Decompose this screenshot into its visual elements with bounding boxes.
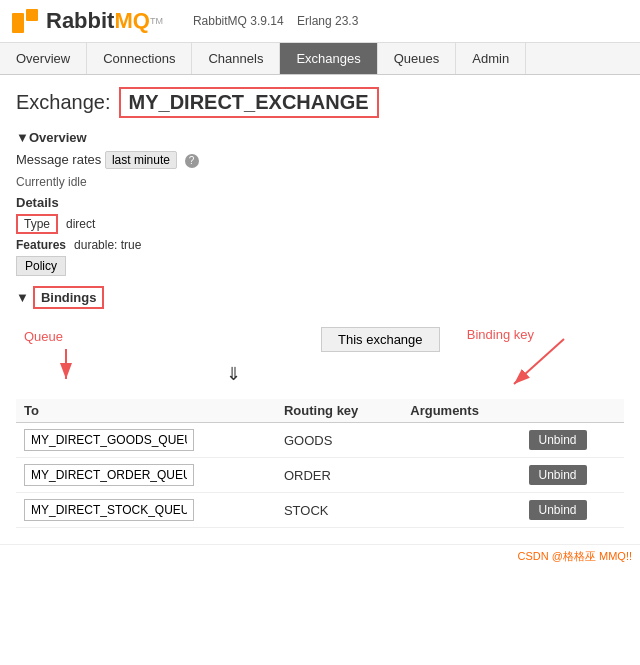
bindings-table: To Routing key Arguments GOODS Unbind OR… [16,399,624,528]
logo-icon [12,9,42,33]
exchange-name: MY_DIRECT_EXCHANGE [119,87,379,118]
queue-name-input[interactable] [24,464,194,486]
version-label: RabbitMQ 3.9.14 [193,14,284,28]
type-badge: Type [16,214,58,234]
svg-line-5 [514,339,564,384]
queue-arrow-icon [56,344,136,384]
nav-item-queues[interactable]: Queues [378,43,457,74]
details-label: Details [16,195,624,210]
question-mark-icon[interactable]: ? [185,154,199,168]
arguments-cell [402,423,520,458]
header-version: RabbitMQ 3.9.14 Erlang 23.3 [193,14,368,28]
policy-row: Policy [16,256,624,276]
nav-item-connections[interactable]: Connections [87,43,192,74]
arguments-cell [402,458,520,493]
nav-item-admin[interactable]: Admin [456,43,526,74]
exchange-label: Exchange: [16,91,111,114]
watermark: CSDN @格格巫 MMQ!! [0,544,640,568]
message-rates-button[interactable]: last minute [105,151,177,169]
features-row: Features durable: true [16,238,624,252]
logo-text-rabbit: Rabbit [46,8,114,34]
col-routing-key: Routing key [276,399,402,423]
message-rates-label: Message rates [16,152,101,167]
nav-item-channels[interactable]: Channels [192,43,280,74]
features-label: Features [16,238,66,252]
routing-key-cell: GOODS [276,423,402,458]
bindings-table-header: To Routing key Arguments [16,399,624,423]
table-row: ORDER Unbind [16,458,624,493]
queue-name-input[interactable] [24,429,194,451]
details-section: Details Type direct Features durable: tr… [16,195,624,276]
svg-rect-0 [12,13,24,33]
logo-text-mq: MQ [114,8,149,34]
this-exchange-button[interactable]: This exchange [321,327,440,352]
currently-idle-label: Currently idle [16,175,624,189]
table-row: GOODS Unbind [16,423,624,458]
bindings-section-header[interactable]: ▼ Bindings [16,286,624,309]
type-row: Type direct [16,214,624,234]
bindings-arrow-icon: ▼ [16,290,29,305]
features-value: durable: [74,238,117,252]
logo-tm: TM [150,16,163,26]
bindings-header-label: Bindings [33,286,105,309]
overview-arrow-icon: ▼ [16,130,29,145]
down-arrow-icon: ⇓ [226,363,241,385]
logo: RabbitMQTM [12,8,163,34]
header: RabbitMQTM RabbitMQ 3.9.14 Erlang 23.3 [0,0,640,43]
overview-section-header[interactable]: ▼ Overview [16,130,624,145]
routing-key-cell: STOCK [276,493,402,528]
message-rates-row: Message rates last minute ? [16,151,624,169]
unbind-button[interactable]: Unbind [529,430,587,450]
overview-section: ▼ Overview Message rates last minute ? C… [16,130,624,276]
unbind-button[interactable]: Unbind [529,500,587,520]
col-to: To [16,399,276,423]
routing-key-cell: ORDER [276,458,402,493]
type-value: direct [66,217,95,231]
nav-item-overview[interactable]: Overview [0,43,87,74]
col-actions [521,399,625,423]
navigation: Overview Connections Channels Exchanges … [0,43,640,75]
exchange-title: Exchange: MY_DIRECT_EXCHANGE [16,87,624,118]
table-row: STOCK Unbind [16,493,624,528]
features-bool: true [121,238,142,252]
col-arguments: Arguments [402,399,520,423]
nav-item-exchanges[interactable]: Exchanges [280,43,377,74]
erlang-label: Erlang 23.3 [297,14,358,28]
queue-name-input[interactable] [24,499,194,521]
policy-button[interactable]: Policy [16,256,66,276]
queue-annotation: Queue [24,329,63,344]
unbind-button[interactable]: Unbind [529,465,587,485]
arguments-cell [402,493,520,528]
overview-header-label: Overview [29,130,87,145]
bindings-section: ▼ Bindings Queue This exchange ⇓ Binding [16,286,624,528]
binding-key-arrow-icon [494,334,574,394]
svg-rect-1 [26,9,38,21]
main-content: Exchange: MY_DIRECT_EXCHANGE ▼ Overview … [0,75,640,540]
